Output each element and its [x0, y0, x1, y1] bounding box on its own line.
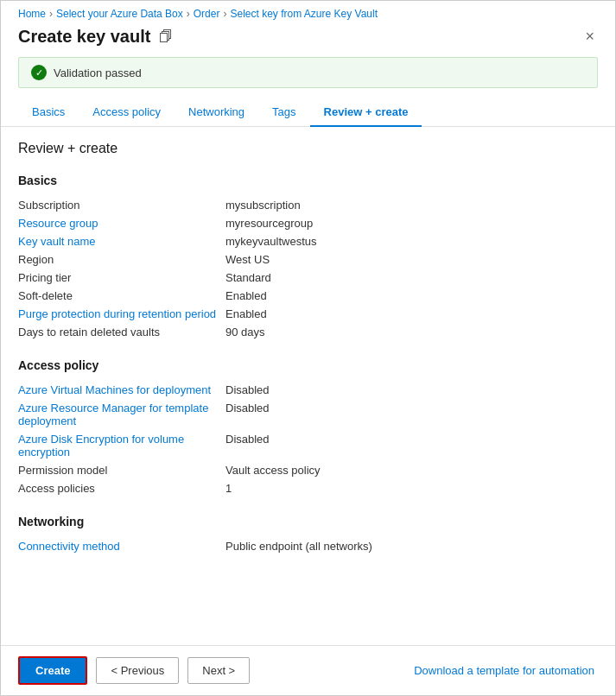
close-button[interactable]: ×	[581, 28, 598, 46]
access-policies-value: 1	[225, 482, 232, 495]
days-retain-value: 90 days	[225, 326, 265, 339]
region-value: West US	[225, 253, 270, 266]
breadcrumb-select-data-box[interactable]: Select your Azure Data Box	[56, 8, 183, 20]
key-vault-name-value: mykeyvaultwestus	[225, 235, 316, 248]
table-row: Soft-delete Enabled	[18, 287, 598, 305]
basics-header: Basics	[18, 174, 598, 187]
next-button[interactable]: Next >	[187, 657, 250, 684]
tab-basics[interactable]: Basics	[18, 98, 79, 127]
breadcrumb-sep-0: ›	[49, 8, 53, 20]
days-retain-label: Days to retain deleted vaults	[18, 326, 225, 339]
azure-disk-label: Azure Disk Encryption for volume encrypt…	[18, 433, 225, 459]
pricing-tier-label: Pricing tier	[18, 271, 225, 284]
azure-vm-value: Disabled	[225, 383, 270, 396]
table-row: Pricing tier Standard	[18, 269, 598, 287]
access-policy-section: Access policy Azure Virtual Machines for…	[18, 358, 598, 497]
table-row: Permission model Vault access policy	[18, 461, 598, 479]
previous-button[interactable]: < Previous	[96, 657, 179, 684]
azure-rm-value: Disabled	[225, 402, 270, 414]
tab-tags[interactable]: Tags	[258, 98, 309, 127]
azure-rm-label: Azure Resource Manager for template depl…	[18, 402, 225, 427]
access-policies-label: Access policies	[18, 482, 225, 495]
tab-review-create[interactable]: Review + create	[310, 98, 422, 127]
breadcrumb-order[interactable]: Order	[194, 8, 220, 20]
permission-model-value: Vault access policy	[225, 464, 321, 477]
basics-section: Basics Subscription mysubscription Resou…	[18, 174, 598, 341]
modal-header: Create key vault 🗍 ×	[1, 23, 615, 57]
table-row: Azure Disk Encryption for volume encrypt…	[18, 430, 598, 461]
table-row: Subscription mysubscription	[18, 196, 598, 214]
table-row: Resource group myresourcegroup	[18, 214, 598, 232]
table-row: Azure Virtual Machines for deployment Di…	[18, 381, 598, 399]
breadcrumb-home[interactable]: Home	[18, 8, 46, 20]
resource-group-label: Resource group	[18, 217, 225, 230]
main-content: Review + create Basics Subscription mysu…	[1, 127, 615, 645]
tab-access-policy[interactable]: Access policy	[79, 98, 175, 127]
download-template-link[interactable]: Download a template for automation	[410, 658, 598, 683]
table-row: Azure Resource Manager for template depl…	[18, 399, 598, 430]
connectivity-method-label: Connectivity method	[18, 540, 225, 553]
validation-check-icon: ✓	[31, 65, 47, 80]
table-row: Purge protection during retention period…	[18, 305, 598, 323]
tab-networking[interactable]: Networking	[175, 98, 258, 127]
pricing-tier-value: Standard	[225, 271, 271, 284]
tab-bar: Basics Access policy Networking Tags Rev…	[1, 98, 615, 127]
key-vault-name-label: Key vault name	[18, 235, 225, 248]
create-button[interactable]: Create	[18, 656, 87, 685]
azure-disk-value: Disabled	[225, 433, 270, 446]
networking-header: Networking	[18, 515, 598, 528]
table-row: Days to retain deleted vaults 90 days	[18, 323, 598, 341]
table-row: Key vault name mykeyvaultwestus	[18, 232, 598, 250]
resource-group-value: myresourcegroup	[225, 217, 313, 230]
azure-vm-label: Azure Virtual Machines for deployment	[18, 383, 225, 396]
table-row: Access policies 1	[18, 479, 598, 497]
table-row: Connectivity method Public endpoint (all…	[18, 537, 598, 555]
purge-protection-label: Purge protection during retention period	[18, 307, 225, 320]
create-key-vault-modal: Home › Select your Azure Data Box › Orde…	[0, 0, 616, 696]
validation-bar: ✓ Validation passed	[18, 57, 598, 88]
breadcrumb-sep-1: ›	[187, 8, 190, 20]
permission-model-label: Permission model	[18, 464, 225, 477]
soft-delete-value: Enabled	[225, 289, 267, 302]
validation-text: Validation passed	[54, 66, 142, 79]
breadcrumb-select-key[interactable]: Select key from Azure Key Vault	[230, 8, 378, 20]
region-label: Region	[18, 253, 225, 266]
access-policy-header: Access policy	[18, 358, 598, 372]
modal-footer: Create < Previous Next > Download a temp…	[1, 645, 615, 695]
purge-protection-value: Enabled	[225, 307, 267, 320]
modal-title: Create key vault	[18, 27, 150, 47]
table-row: Region West US	[18, 250, 598, 269]
subscription-label: Subscription	[18, 199, 225, 212]
copy-icon[interactable]: 🗍	[159, 29, 173, 45]
networking-section: Networking Connectivity method Public en…	[18, 515, 598, 555]
subscription-value: mysubscription	[225, 199, 301, 212]
breadcrumb-sep-2: ›	[223, 8, 226, 20]
connectivity-method-value: Public endpoint (all networks)	[225, 540, 372, 553]
review-create-title: Review + create	[18, 141, 598, 156]
breadcrumb: Home › Select your Azure Data Box › Orde…	[1, 1, 615, 23]
soft-delete-label: Soft-delete	[18, 289, 225, 302]
